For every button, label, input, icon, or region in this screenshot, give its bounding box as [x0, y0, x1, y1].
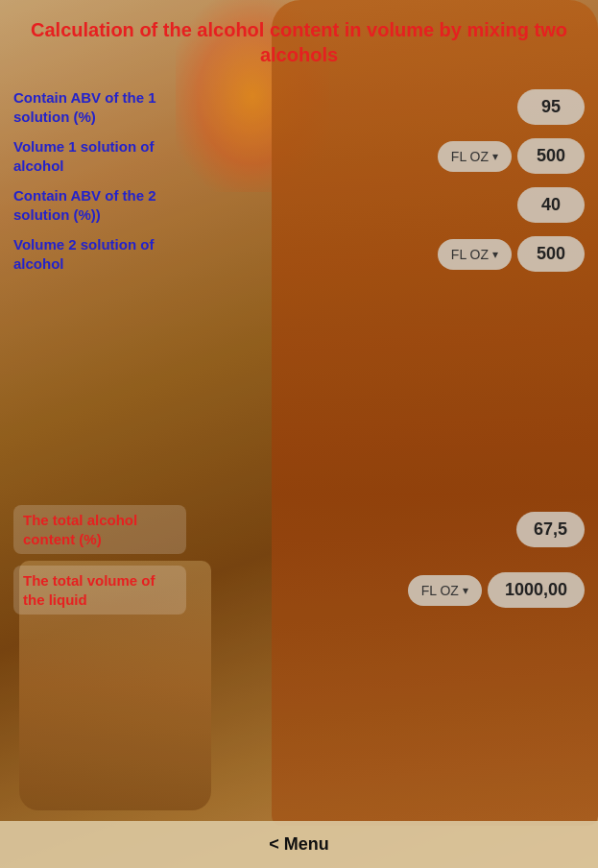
- field2-row: Volume 1 solution of alcohol FL OZ 500: [10, 137, 588, 175]
- field4-label: Volume 2 solution of alcohol: [13, 235, 205, 273]
- field2-unit-label: FL OZ: [451, 149, 489, 164]
- result2-unit-selector[interactable]: FL OZ: [408, 575, 482, 606]
- main-content: Calculation of the alcohol content in vo…: [0, 0, 598, 868]
- field3-value[interactable]: 40: [517, 187, 585, 223]
- field4-unit-label: FL OZ: [451, 247, 489, 262]
- field1-label: Contain ABV of the 1 solution (%): [13, 88, 205, 126]
- field3-row: Contain ABV of the 2 solution (%)) 40: [10, 186, 588, 224]
- field4-value[interactable]: 500: [517, 236, 585, 272]
- field4-row: Volume 2 solution of alcohol FL OZ 500: [10, 235, 588, 273]
- field1-row: Contain ABV of the 1 solution (%) 95: [10, 88, 588, 126]
- result2-row: The total volume of the liquid FL OZ 100…: [10, 566, 588, 615]
- field2-unit-selector[interactable]: FL OZ: [438, 141, 512, 172]
- result2-unit-label: FL OZ: [421, 583, 459, 598]
- result1-label: The total alcohol content (%): [13, 505, 186, 554]
- result2-value: 1000,00: [488, 572, 585, 608]
- menu-bar: < Menu: [0, 821, 598, 868]
- field2-value[interactable]: 500: [517, 138, 585, 174]
- field4-unit-selector[interactable]: FL OZ: [438, 239, 512, 270]
- result-area: The total alcohol content (%) 67,5 The t…: [0, 505, 598, 615]
- form-area: Contain ABV of the 1 solution (%) 95 Vol…: [0, 79, 598, 294]
- result2-label: The total volume of the liquid: [13, 566, 186, 615]
- field4-input-group: FL OZ 500: [438, 236, 585, 272]
- field2-input-group: FL OZ 500: [438, 138, 585, 174]
- result1-row: The total alcohol content (%) 67,5: [10, 505, 588, 554]
- field1-value[interactable]: 95: [517, 89, 585, 125]
- field3-label: Contain ABV of the 2 solution (%)): [13, 186, 205, 224]
- field2-label: Volume 1 solution of alcohol: [13, 137, 205, 175]
- page-title: Calculation of the alcohol content in vo…: [0, 0, 598, 79]
- result2-input-group: FL OZ 1000,00: [408, 572, 585, 608]
- result1-value: 67,5: [516, 512, 585, 547]
- menu-button[interactable]: < Menu: [269, 834, 329, 855]
